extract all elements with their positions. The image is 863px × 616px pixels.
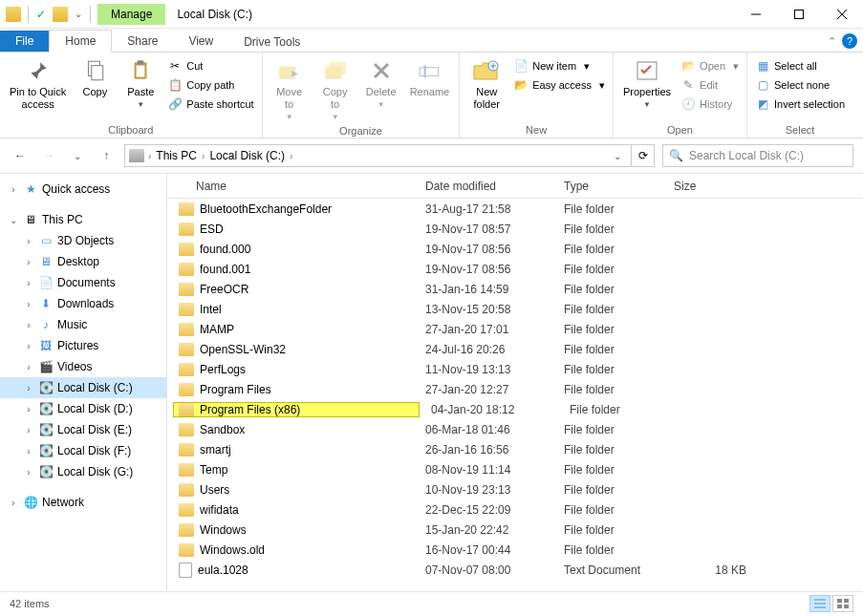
copy-button[interactable]: Copy: [74, 55, 116, 100]
minimize-button[interactable]: [734, 0, 777, 29]
close-button[interactable]: [820, 0, 863, 29]
twisty-icon[interactable]: ›: [23, 425, 34, 435]
qat-newfolder-icon[interactable]: [53, 7, 68, 22]
invert-selection-button[interactable]: ◩Invert selection: [753, 96, 847, 113]
nav-videos[interactable]: ›🎬Videos: [0, 356, 166, 377]
twisty-icon[interactable]: ›: [23, 236, 34, 246]
tab-home[interactable]: Home: [49, 30, 112, 53]
col-size[interactable]: Size: [662, 180, 758, 193]
file-row[interactable]: smartj26-Jan-16 16:56File folder: [167, 439, 863, 459]
copy-to-button[interactable]: Copy to ▼: [314, 55, 356, 123]
nav-drive-e[interactable]: ›💽Local Disk (E:): [0, 419, 166, 440]
col-type[interactable]: Type: [552, 180, 662, 193]
paste-button[interactable]: Paste ▼: [119, 55, 162, 111]
twisty-icon[interactable]: ⌄: [8, 215, 19, 225]
breadcrumb-this-pc[interactable]: This PC: [153, 149, 200, 162]
nav-pictures[interactable]: ›🖼Pictures: [0, 335, 166, 356]
file-row[interactable]: FreeOCR31-Jan-16 14:59File folder: [167, 279, 863, 299]
back-button[interactable]: ←: [10, 145, 31, 166]
details-view-button[interactable]: [809, 595, 831, 612]
paste-shortcut-button[interactable]: 🔗Paste shortcut: [165, 96, 255, 113]
pin-to-quick-access-button[interactable]: Pin to Quick access: [6, 55, 70, 113]
nav-documents[interactable]: ›📄Documents: [0, 272, 166, 293]
search-box[interactable]: 🔍 Search Local Disk (C:): [662, 144, 853, 167]
file-row[interactable]: found.00119-Nov-17 08:56File folder: [167, 259, 863, 279]
file-row[interactable]: Program Files (x86)04-Jan-20 18:12File f…: [167, 399, 863, 419]
copy-path-button[interactable]: 📋Copy path: [165, 76, 255, 94]
twisty-icon[interactable]: ›: [23, 404, 34, 414]
twisty-icon[interactable]: ›: [23, 278, 34, 288]
select-all-button[interactable]: ▦Select all: [753, 57, 847, 74]
twisty-icon[interactable]: ›: [23, 383, 34, 393]
file-row[interactable]: wifidata22-Dec-15 22:09File folder: [167, 499, 863, 520]
file-row[interactable]: Windows15-Jan-20 22:42File folder: [167, 520, 863, 540]
open-caret[interactable]: ▾: [733, 60, 739, 73]
edit-button[interactable]: ✎Edit: [679, 76, 741, 94]
file-row[interactable]: Windows.old16-Nov-17 00:44File folder: [167, 540, 863, 560]
maximize-button[interactable]: [777, 0, 820, 29]
refresh-button[interactable]: ⟳: [632, 144, 655, 167]
tab-view[interactable]: View: [173, 31, 228, 52]
nav-3d-objects[interactable]: ›▭3D Objects: [0, 230, 166, 251]
twisty-icon[interactable]: ›: [23, 299, 34, 309]
new-folder-button[interactable]: New folder: [465, 55, 507, 113]
column-headers[interactable]: Name Date modified Type Size: [167, 174, 863, 199]
nav-network[interactable]: ›🌐Network: [0, 492, 166, 513]
file-row[interactable]: found.00019-Nov-17 08:56File folder: [167, 239, 863, 259]
move-to-caret[interactable]: ▼: [286, 113, 293, 121]
cut-button[interactable]: ✂Cut: [165, 57, 255, 74]
move-to-button[interactable]: Move to ▼: [269, 55, 311, 123]
breadcrumb-caret3[interactable]: ›: [290, 151, 292, 161]
nav-quick-access[interactable]: ›★Quick access: [0, 179, 166, 200]
nav-drive-g[interactable]: ›💽Local Disk (G:): [0, 461, 166, 482]
nav-drive-d[interactable]: ›💽Local Disk (D:): [0, 398, 166, 419]
large-icons-view-button[interactable]: [832, 595, 853, 612]
breadcrumb-caret2[interactable]: ›: [202, 151, 205, 161]
twisty-icon[interactable]: ›: [8, 498, 19, 508]
twisty-icon[interactable]: ›: [23, 320, 34, 330]
twisty-icon[interactable]: ›: [23, 341, 34, 351]
up-button[interactable]: ↑: [96, 145, 117, 166]
delete-button[interactable]: Delete ▼: [360, 55, 402, 111]
nav-downloads[interactable]: ›⬇Downloads: [0, 293, 166, 314]
history-button[interactable]: 🕘History: [679, 96, 741, 113]
easy-access-button[interactable]: 📂Easy access▾: [511, 76, 607, 94]
twisty-icon[interactable]: ›: [8, 184, 19, 195]
address-history-caret[interactable]: ⌄: [608, 151, 627, 161]
nav-this-pc[interactable]: ⌄🖥This PC: [0, 209, 166, 230]
qat-properties-icon[interactable]: ✓: [33, 7, 49, 22]
tab-file[interactable]: File: [0, 31, 49, 52]
qat-customize-caret[interactable]: ⌄: [72, 9, 85, 19]
properties-button[interactable]: Properties ▼: [619, 55, 675, 111]
twisty-icon[interactable]: ›: [23, 362, 34, 372]
nav-drive-c[interactable]: ›💽Local Disk (C:): [0, 377, 166, 398]
file-row[interactable]: BluetoothExchangeFolder31-Aug-17 21:58Fi…: [167, 199, 863, 219]
nav-desktop[interactable]: ›🖥Desktop: [0, 251, 166, 272]
tab-share[interactable]: Share: [112, 31, 173, 52]
twisty-icon[interactable]: ›: [23, 446, 34, 457]
ribbon-collapse-caret[interactable]: ⌃: [822, 32, 842, 52]
col-name[interactable]: Name: [167, 180, 414, 193]
breadcrumb-drive[interactable]: Local Disk (C:): [206, 149, 288, 162]
file-row[interactable]: Sandbox06-Mar-18 01:46File folder: [167, 419, 863, 439]
new-item-button[interactable]: 📄New item▾: [511, 57, 607, 74]
nav-music[interactable]: ›♪Music: [0, 314, 166, 335]
file-row[interactable]: Users10-Nov-19 23:13File folder: [167, 479, 863, 499]
nav-drive-f[interactable]: ›💽Local Disk (F:): [0, 440, 166, 461]
recent-locations-caret[interactable]: ⌄: [67, 145, 88, 166]
file-row[interactable]: Program Files27-Jan-20 12:27File folder: [167, 379, 863, 399]
easy-access-caret[interactable]: ▾: [599, 79, 605, 92]
open-button[interactable]: 📂Open▾: [679, 57, 741, 74]
breadcrumb-caret[interactable]: ›: [148, 151, 151, 161]
file-row[interactable]: OpenSSL-Win3224-Jul-16 20:26File folder: [167, 339, 863, 359]
twisty-icon[interactable]: ›: [23, 467, 34, 478]
help-icon[interactable]: ?: [842, 33, 857, 49]
properties-caret[interactable]: ▼: [643, 100, 651, 109]
copy-to-caret[interactable]: ▼: [332, 113, 339, 121]
file-row[interactable]: ESD19-Nov-17 08:57File folder: [167, 219, 863, 239]
file-row[interactable]: MAMP27-Jan-20 17:01File folder: [167, 319, 863, 339]
twisty-icon[interactable]: ›: [23, 257, 34, 267]
file-list[interactable]: BluetoothExchangeFolder31-Aug-17 21:58Fi…: [167, 199, 863, 591]
file-row[interactable]: PerfLogs11-Nov-19 13:13File folder: [167, 359, 863, 379]
address-bar[interactable]: › This PC › Local Disk (C:) › ⌄: [124, 144, 632, 167]
